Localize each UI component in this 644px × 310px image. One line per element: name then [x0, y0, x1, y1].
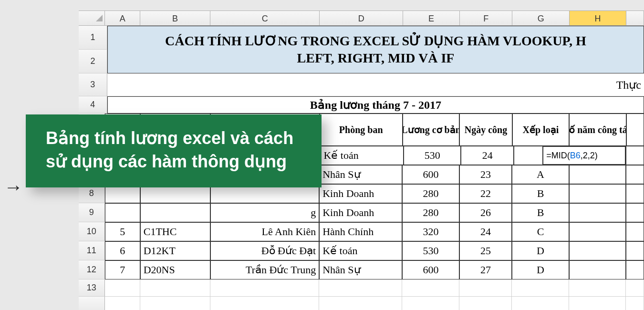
cell-stt[interactable]: 5 [105, 222, 140, 241]
cell-phongban[interactable]: Kinh Doanh [319, 203, 402, 222]
cell-xeploai[interactable]: D [512, 241, 569, 260]
cell-manv[interactable]: D20NS [140, 260, 210, 279]
th-phongban[interactable]: Phòng ban [320, 114, 403, 146]
col-header-overflow[interactable] [626, 11, 644, 25]
cell-luong[interactable]: 280 [402, 203, 459, 222]
cell[interactable] [210, 279, 320, 297]
cell[interactable] [512, 297, 569, 310]
cell-sonam[interactable] [569, 222, 626, 241]
cell-luong[interactable]: 530 [404, 146, 461, 165]
cell-ngaycong[interactable]: 27 [459, 260, 512, 279]
cell-luong[interactable]: 530 [402, 241, 459, 260]
cell[interactable] [402, 279, 459, 297]
cell-phongban[interactable]: Nhân Sự [319, 165, 402, 184]
cell-phongban[interactable]: Hành Chính [319, 222, 402, 241]
cell-luong[interactable]: 600 [402, 165, 459, 184]
cell-sonam[interactable]: =MID(B6,2,2) [542, 146, 626, 165]
cell[interactable] [626, 279, 644, 297]
cell-overflow[interactable] [626, 203, 644, 222]
th-xeploai[interactable]: Xếp loại [512, 114, 569, 146]
cell[interactable] [459, 297, 512, 310]
cell[interactable] [402, 297, 459, 310]
cell-xeploai[interactable]: B [512, 184, 569, 203]
cell-ngaycong[interactable]: 23 [459, 165, 512, 184]
cell[interactable] [319, 279, 402, 297]
col-header-E[interactable]: E [403, 11, 460, 25]
row-header-10[interactable]: 10 [79, 222, 105, 241]
cell-ngaycong[interactable]: 26 [459, 203, 512, 222]
th-luong[interactable]: Lương cơ bản [403, 114, 459, 146]
cell-overflow[interactable] [626, 184, 644, 203]
row-header-3[interactable]: 3 [79, 73, 107, 96]
row-header-9[interactable]: 9 [79, 203, 105, 222]
table-title-cell[interactable]: Bảng lương tháng 7 - 2017 [107, 96, 644, 114]
cell-phongban[interactable]: Nhân Sự [319, 260, 402, 279]
col-header-B[interactable]: B [140, 11, 210, 25]
title-cell[interactable]: CÁCH TÍNH LƯƠNG TRONG EXCEL SỬ DỤNG HÀM … [107, 26, 644, 73]
cell-luong[interactable]: 320 [402, 222, 459, 241]
cell-phongban[interactable]: Kế toán [320, 146, 404, 165]
th-ngaycong[interactable]: Ngày công [459, 114, 512, 146]
cell-ngaycong[interactable]: 24 [461, 146, 514, 165]
cell-ngaycong[interactable]: 22 [459, 184, 512, 203]
col-header-D[interactable]: D [320, 11, 403, 25]
cell[interactable] [459, 279, 512, 297]
cell[interactable] [105, 297, 140, 310]
row-header-1[interactable]: 1 [79, 26, 107, 50]
cell-stt[interactable] [105, 203, 140, 222]
cell[interactable] [210, 297, 320, 310]
cell-phongban[interactable]: Kinh Doanh [319, 184, 402, 203]
th-sonam[interactable]: Số năm công tác [569, 114, 626, 146]
cell-ten[interactable]: Đỗ Đức Đạt [210, 241, 320, 260]
row-header-11[interactable]: 11 [79, 241, 105, 260]
cell-ngaycong[interactable]: 24 [459, 222, 512, 241]
cell-overflow[interactable] [626, 146, 644, 165]
row-header-13[interactable]: 13 [79, 279, 105, 297]
row-header-14[interactable] [79, 297, 105, 310]
cell[interactable] [140, 297, 210, 310]
cell[interactable] [319, 297, 402, 310]
cell-sonam[interactable] [569, 184, 626, 203]
cell-xeploai[interactable]: D [512, 260, 569, 279]
cell-xeploai[interactable]: B [512, 203, 569, 222]
cell[interactable] [140, 279, 210, 297]
cell-ten[interactable]: Lê Anh Kiên [210, 222, 320, 241]
cell[interactable] [569, 297, 626, 310]
cell-overflow[interactable] [626, 260, 644, 279]
cell-overflow[interactable] [626, 222, 644, 241]
col-header-C[interactable]: C [210, 11, 320, 25]
cell-sonam[interactable] [569, 165, 626, 184]
cell-luong[interactable]: 280 [402, 184, 459, 203]
cell-xeploai[interactable]: C [512, 222, 569, 241]
cell-luong[interactable]: 600 [402, 260, 459, 279]
cell-ten[interactable]: Trần Đức Trung [210, 260, 320, 279]
cell-stt[interactable]: 6 [105, 241, 140, 260]
row-header-4[interactable]: 4 [79, 96, 107, 114]
cell-manv[interactable]: D12KT [140, 241, 210, 260]
row-header-2[interactable]: 2 [79, 50, 107, 73]
cell-ten[interactable]: g [210, 203, 320, 222]
cell[interactable] [105, 279, 140, 297]
cell-manv[interactable]: C1THC [140, 222, 210, 241]
cell-overflow[interactable] [626, 165, 644, 184]
col-header-H[interactable]: H [570, 11, 626, 25]
col-header-G[interactable]: G [512, 11, 569, 25]
th-overflow[interactable] [626, 114, 644, 146]
cell-phongban[interactable]: Kế toán [319, 241, 402, 260]
select-all-corner[interactable] [79, 11, 105, 25]
cell-sonam[interactable] [569, 241, 626, 260]
col-header-A[interactable]: A [105, 11, 140, 25]
cell-sonam[interactable] [569, 203, 626, 222]
cell-manv[interactable] [140, 203, 210, 222]
cell[interactable] [569, 279, 626, 297]
cell-overflow[interactable] [626, 241, 644, 260]
cell-row3[interactable]: Thực [107, 73, 644, 96]
cell[interactable] [512, 279, 569, 297]
cell-xeploai[interactable]: A [512, 165, 569, 184]
row-header-12[interactable]: 12 [79, 260, 105, 279]
cell-stt[interactable]: 7 [105, 260, 140, 279]
cell[interactable] [626, 297, 644, 310]
col-header-F[interactable]: F [460, 11, 512, 25]
cell-sonam[interactable] [569, 260, 626, 279]
cell-ngaycong[interactable]: 25 [459, 241, 512, 260]
